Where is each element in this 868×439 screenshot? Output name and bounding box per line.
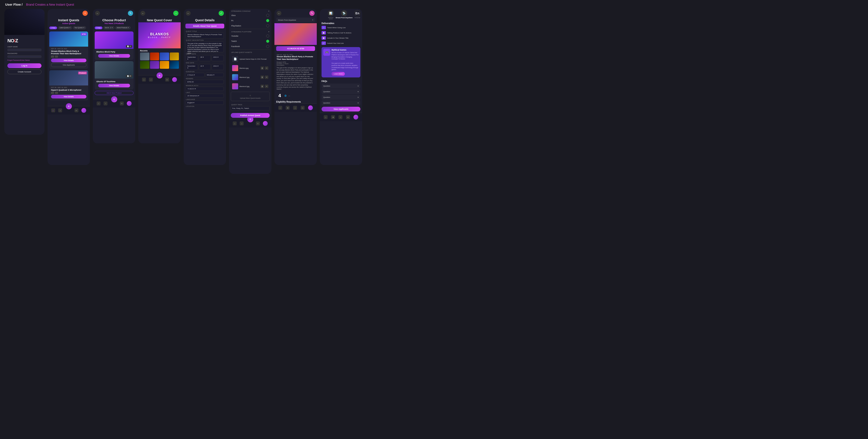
asset-edit-3[interactable]: ✏ [265, 85, 268, 88]
sort-az-chip[interactable]: Sort A - Z ✕ [103, 26, 115, 29]
duration-val-select[interactable]: 2 Hours ▾ [186, 73, 205, 77]
nav-link-summary[interactable]: ∞ [346, 115, 350, 119]
recent-thumb-3[interactable] [160, 53, 169, 60]
quest-title-input[interactable]: Stream Blankos Block Party & Promote The… [186, 33, 224, 39]
faq-item-3[interactable]: Question ▾ [321, 95, 361, 100]
back-button-details[interactable]: ← [186, 11, 191, 15]
latest-quests-chip[interactable]: Latest Quests ✕ [58, 26, 72, 29]
product-action-button[interactable]: ✎ [128, 11, 133, 16]
nav-bookmark-stream[interactable]: ♪ [293, 106, 297, 110]
nav-bookmark-icon[interactable]: ♪ [58, 108, 62, 112]
create-account-button[interactable]: Create Account [7, 69, 41, 74]
recent-thumb-4[interactable] [170, 53, 179, 60]
quest-desc-textarea[interactable]: The goal of this campaign is to drive pe… [186, 41, 224, 52]
bottom-nav-plus-upload[interactable]: + [247, 116, 253, 122]
end-month-select[interactable]: November ▾ [186, 64, 198, 70]
nav-stream-anywhere[interactable]: 📡 Stream From Anywhere [336, 10, 352, 20]
nav-link-stream[interactable]: ∞ [301, 106, 305, 110]
back-button-cover[interactable]: ← [141, 11, 145, 15]
nav-avatar-stream[interactable] [308, 105, 313, 110]
upload-more-button[interactable]: + Upload More Quest Assets [231, 92, 270, 101]
learn-more-button[interactable]: Learn More [332, 72, 345, 76]
asset-edit-1[interactable]: ✏ [265, 66, 268, 70]
nav-avatar-summary[interactable] [353, 115, 358, 120]
recent-thumb-8[interactable] [170, 61, 179, 69]
playstation-radio[interactable] [266, 24, 269, 27]
nav-link-product[interactable]: ∞ [120, 102, 124, 105]
end-day-select[interactable]: 16 ▾ [199, 64, 211, 70]
recent-thumb-2[interactable] [150, 53, 159, 60]
asset-delete-1[interactable]: 🗑 [260, 66, 264, 70]
back-button-product[interactable]: ← [95, 11, 100, 15]
reward-input[interactable]: $750.00 [186, 80, 224, 84]
nav-avatar-product[interactable] [127, 101, 131, 106]
nav-avatar[interactable] [82, 108, 86, 113]
view-details-product-1[interactable]: View Details [98, 54, 130, 58]
view-details-button-1[interactable]: View Details [51, 59, 86, 62]
pc-radio[interactable] [266, 19, 269, 22]
active-products-chip[interactable]: Active Products ✕ [115, 26, 131, 29]
playstation-option[interactable]: PlayStation [229, 23, 271, 28]
faq-item-2[interactable]: Question ▾ [321, 89, 361, 94]
stream-dropdown[interactable]: Stream From Anywhere ▾ [276, 18, 315, 22]
asset-delete-2[interactable]: 🗑 [260, 75, 264, 79]
youtube-option[interactable]: Youtube [229, 33, 271, 39]
recent-thumb-6[interactable] [150, 61, 159, 69]
end-year-select[interactable]: 2021 ▾ [212, 64, 224, 70]
recent-thumb-1[interactable] [140, 53, 149, 60]
nav-star-summary[interactable]: ★ [331, 115, 335, 119]
nav-bookmark-summary[interactable]: ♪ [338, 115, 342, 119]
nav-min-accv[interactable]: 📊 MinimumACCV [328, 10, 334, 20]
nav-home-stream[interactable]: ⌂ [278, 106, 282, 110]
start-year-select[interactable]: 2021 ▾ [212, 55, 224, 61]
back-button-stream[interactable]: ← [277, 11, 281, 15]
nav-language[interactable]: En Language [354, 10, 361, 20]
min-accv-select[interactable]: +4 ACCV ▾ [186, 87, 224, 91]
details-check-button[interactable]: ✓ [219, 11, 224, 16]
duration-unit-select[interactable]: Minutes ▾ [206, 73, 224, 77]
language-select[interactable]: English ▾ [186, 101, 224, 105]
nav-home-icon[interactable]: ⌂ [51, 108, 55, 112]
your-quests-chip[interactable]: Your Quests ✕ [73, 26, 86, 29]
nav-star-stream[interactable]: ★ [286, 106, 290, 110]
faq-item-1[interactable]: Question ▾ [321, 83, 361, 89]
faq-item-4[interactable]: Question ▾ [321, 100, 361, 105]
login-button[interactable]: Log In [7, 63, 41, 68]
product-filter-chip[interactable]: ≡ Filter [95, 27, 102, 29]
nav-home-cover[interactable]: ⌂ [142, 78, 146, 81]
nav-bookmark-upload[interactable]: ♪ [240, 122, 244, 125]
recent-thumb-5[interactable] [140, 61, 149, 69]
xbox-radio[interactable] [266, 14, 269, 17]
nav-home-product[interactable]: ⌂ [97, 102, 100, 105]
filter-chip[interactable]: ≡ Filter [49, 27, 57, 29]
pc-option[interactable]: Pc [229, 18, 271, 23]
username-input[interactable] [7, 48, 41, 51]
cover-action-button[interactable]: → [173, 11, 179, 16]
nav-bookmark-cover[interactable]: ♪ [149, 78, 153, 81]
facebook-option[interactable]: Facebook [229, 44, 271, 49]
nav-bookmark-product[interactable]: ♪ [103, 102, 107, 105]
view-applicants-button-1[interactable]: View Applicants [51, 63, 86, 67]
add-new-product-button[interactable]: Add A New Product [95, 91, 133, 95]
nav-avatar-cover[interactable] [172, 77, 177, 82]
twitch-radio[interactable] [266, 40, 269, 43]
nav-link-upload[interactable]: ∞ [256, 122, 260, 125]
nav-home-upload[interactable]: ⌂ [233, 122, 237, 125]
twitch-option[interactable]: Twitch [229, 39, 271, 44]
details-about-button[interactable]: Details About Your Quest [185, 24, 224, 28]
asset-edit-2[interactable]: ✏ [265, 75, 268, 79]
view-details-button-2[interactable]: View Details [51, 95, 86, 98]
forgot-password-link[interactable]: Forgot Password/User Name [4, 58, 44, 62]
nav-link-icon[interactable]: ∞ [74, 108, 79, 112]
asset-delete-3[interactable]: 🗑 [260, 85, 264, 88]
xbox-option[interactable]: Xbox [229, 13, 271, 18]
bottom-nav-plus-cover[interactable]: + [157, 72, 163, 78]
view-applicants-final-button[interactable]: View Applicants [321, 107, 361, 111]
stream-edit-button[interactable]: ✎ [309, 11, 315, 16]
password-input[interactable] [7, 55, 41, 58]
limit-select[interactable]: 20 Streamers ▾ [186, 94, 224, 98]
start-day-select[interactable]: 28 ▾ [199, 55, 211, 61]
add-quest-button[interactable]: + [83, 11, 88, 16]
start-month-select[interactable]: September ▾ [186, 55, 198, 61]
recent-thumb-7[interactable] [160, 61, 169, 69]
